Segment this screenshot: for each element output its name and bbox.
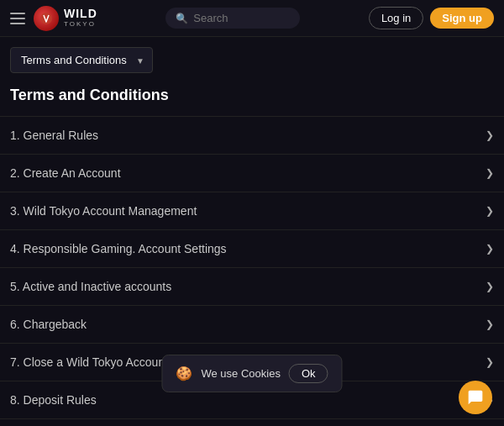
header-left: WILD TOKYO	[10, 6, 97, 31]
chevron-right-icon: ❯	[486, 281, 494, 292]
accordion-item[interactable]: 5. Active and Inactive accounts❯	[0, 267, 504, 305]
dropdown-bar: Terms and Conditions ▼	[0, 37, 504, 83]
chevron-right-icon: ❯	[486, 129, 494, 141]
logo-icon	[39, 12, 53, 25]
logo-main-text: WILD	[64, 8, 97, 20]
accordion-item-label: 8. Deposit Rules	[10, 393, 97, 407]
header: WILD TOKYO 🔍 Log in Sign up	[0, 0, 504, 37]
accordion-item-label: 1. General Rules	[10, 129, 98, 142]
logo-container: WILD TOKYO	[34, 6, 97, 31]
search-icon: 🔍	[176, 13, 188, 24]
login-button[interactable]: Log in	[369, 7, 423, 29]
svg-point-0	[40, 13, 52, 24]
hamburger-icon[interactable]	[10, 13, 25, 24]
page-title: Terms and Conditions	[0, 83, 504, 116]
accordion-item-label: 5. Active and Inactive accounts	[10, 280, 171, 293]
accordion-item[interactable]: 6. Chargeback❯	[0, 305, 504, 343]
chat-bubble[interactable]	[459, 381, 492, 414]
cookie-message: We use Cookies	[201, 367, 280, 380]
cookie-notice: 🍪 We use Cookies Ok	[161, 355, 342, 392]
accordion-item[interactable]: 9. Withdrawal Policy❯	[0, 418, 504, 426]
chevron-right-icon: ❯	[486, 205, 494, 217]
accordion-item-label: 6. Chargeback	[10, 318, 87, 331]
chevron-right-icon: ❯	[486, 318, 494, 330]
dropdown-wrapper[interactable]: Terms and Conditions ▼	[10, 47, 153, 73]
chevron-right-icon: ❯	[486, 243, 494, 255]
accordion-item[interactable]: 3. Wild Tokyo Account Management❯	[0, 192, 504, 229]
accordion-item[interactable]: 4. Responsible Gaming. Account Settings❯	[0, 229, 504, 267]
signup-button[interactable]: Sign up	[430, 8, 494, 29]
logo-sub-text: TOKYO	[64, 21, 97, 29]
chevron-right-icon: ❯	[486, 167, 494, 179]
accordion-item-label: 3. Wild Tokyo Account Management	[10, 204, 197, 218]
accordion-item-label: 2. Create An Account	[10, 166, 121, 180]
accordion-item-label: 4. Responsible Gaming. Account Settings	[10, 242, 227, 255]
header-buttons: Log in Sign up	[369, 7, 494, 29]
page-dropdown[interactable]: Terms and Conditions	[10, 47, 153, 73]
cookie-icon: 🍪	[176, 366, 192, 381]
logo-circle	[34, 6, 59, 31]
accordion-item[interactable]: 2. Create An Account❯	[0, 154, 504, 192]
search-input[interactable]	[193, 12, 294, 24]
accordion-item[interactable]: 1. General Rules❯	[0, 116, 504, 154]
accordion-item-label: 7. Close a Wild Tokyo Account	[10, 355, 168, 369]
chat-icon	[467, 389, 484, 406]
chevron-right-icon: ❯	[486, 356, 494, 368]
cookie-ok-button[interactable]: Ok	[289, 364, 328, 383]
logo-words: WILD TOKYO	[64, 8, 97, 28]
search-container[interactable]: 🔍	[165, 8, 300, 29]
